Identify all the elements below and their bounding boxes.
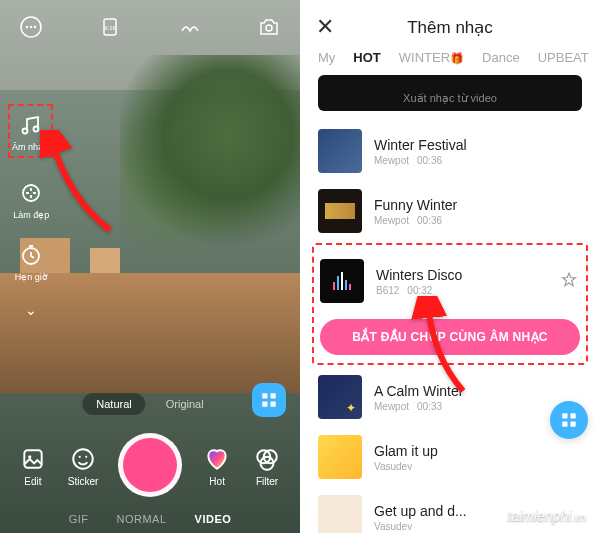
music-item-meta: Mewpot00:36 [374,215,582,226]
music-item-title: Funny Winter [374,197,582,213]
music-item-title: Winters Disco [376,267,548,283]
filter-label: Filter [256,476,278,487]
watermark: taimienphi.vn [507,508,586,525]
svg-rect-15 [24,450,41,467]
music-thumb [318,495,362,533]
music-tool[interactable]: Âm nhạc [8,104,53,158]
tab-video[interactable]: VIDEO [195,513,232,525]
camera-screen: 9:16 Âm nhạc Làm đẹp Hẹn giờ ⌄ Natural O… [0,0,300,533]
sticker-label: Sticker [68,476,99,487]
side-tools: Âm nhạc Làm đẹp Hẹn giờ ⌄ [10,110,53,318]
mode-tabs: GIF NORMAL VIDEO [0,513,300,525]
music-item-title: Winter Festival [374,137,582,153]
music-tabs: My HOT WINTER🎁 Dance UPBEAT [300,50,600,73]
svg-point-3 [35,27,36,28]
music-tool-label: Âm nhạc [12,142,49,152]
gift-icon: 🎁 [450,52,464,64]
svg-point-8 [34,127,39,132]
svg-point-1 [27,27,28,28]
tab-normal[interactable]: NORMAL [117,513,167,525]
svg-rect-11 [262,393,267,398]
hot-button[interactable]: Hot [202,444,232,487]
close-icon[interactable]: ✕ [316,14,334,40]
music-header: ✕ Thêm nhạc [300,0,600,50]
music-panel: ✕ Thêm nhạc My HOT WINTER🎁 Dance UPBEAT … [300,0,600,533]
svg-rect-13 [262,402,267,407]
music-thumb [318,189,362,233]
music-item[interactable]: Glam it up Vasudev [318,427,582,487]
music-item-meta: Vasudev [374,461,582,472]
music-thumb [318,375,362,419]
music-item[interactable]: Funny Winter Mewpot00:36 [318,181,582,241]
music-title: Thêm nhạc [354,17,546,38]
filter-button[interactable]: Filter [252,444,282,487]
svg-point-19 [85,455,87,457]
mode-natural[interactable]: Natural [82,393,145,415]
shutter-button[interactable] [118,433,182,497]
tab-my[interactable]: My [318,50,335,65]
aspect-ratio-icon[interactable]: 9:16 [97,14,123,40]
music-item-meta: B61200:32 [376,285,548,296]
tab-hot[interactable]: HOT [353,50,380,65]
beauty-tool[interactable]: Làm đẹp [13,178,49,220]
tab-upbeat[interactable]: UPBEAT [538,50,589,65]
timer-tool[interactable]: Hẹn giờ [15,240,48,282]
music-item[interactable]: Winter Festival Mewpot00:36 [318,121,582,181]
top-icon-bar: 9:16 [0,14,300,40]
favorite-star-icon[interactable] [560,271,580,291]
tab-dance[interactable]: Dance [482,50,520,65]
svg-rect-14 [271,402,276,407]
music-icon [15,110,45,140]
grid-button-floating[interactable] [550,401,588,439]
bounce-icon[interactable] [177,14,203,40]
music-item[interactable]: A Calm Winter Mewpot00:33 [318,367,582,427]
svg-point-9 [23,185,39,201]
chevron-down-icon[interactable]: ⌄ [25,302,37,318]
switch-camera-icon[interactable] [256,14,282,40]
heart-icon [202,444,232,474]
mode-pills: Natural Original [82,393,217,415]
svg-point-7 [23,129,28,134]
svg-text:9:16: 9:16 [104,25,116,31]
start-shoot-button[interactable]: BẮT ĐẦU CHỤP CÙNG ÂM NHẠC [320,319,580,355]
timer-icon [16,240,46,270]
svg-point-2 [31,27,32,28]
extract-music-bar[interactable]: Xuất nhạc từ video [318,75,582,111]
mode-original[interactable]: Original [152,393,218,415]
svg-rect-24 [571,413,576,418]
sticker-icon [68,444,98,474]
music-item-selected[interactable]: Winters Disco B61200:32 [320,251,580,311]
music-item-title: A Calm Winter [374,383,582,399]
edit-icon [18,444,48,474]
svg-rect-26 [571,422,576,427]
sticker-button[interactable]: Sticker [68,444,99,487]
music-list: Winter Festival Mewpot00:36 Funny Winter… [300,121,600,533]
hot-label: Hot [209,476,225,487]
more-icon[interactable] [18,14,44,40]
svg-rect-12 [271,393,276,398]
svg-point-17 [73,449,93,469]
filter-icon [252,444,282,474]
music-thumb [318,129,362,173]
svg-rect-25 [562,422,567,427]
music-thumb [320,259,364,303]
beauty-tool-label: Làm đẹp [13,210,49,220]
music-thumb [318,435,362,479]
timer-tool-label: Hẹn giờ [15,272,48,282]
grid-button[interactable] [252,383,286,417]
edit-button[interactable]: Edit [18,444,48,487]
sparkle-icon [16,178,46,208]
edit-label: Edit [24,476,41,487]
svg-point-18 [79,455,81,457]
music-item-title: Glam it up [374,443,582,459]
svg-point-6 [266,25,272,31]
tab-winter[interactable]: WINTER🎁 [399,50,464,65]
bottom-toolbar: Edit Sticker Hot Filter [0,433,300,497]
tab-gif[interactable]: GIF [69,513,89,525]
music-item-meta: Mewpot00:36 [374,155,582,166]
svg-rect-23 [562,413,567,418]
extract-music-label: Xuất nhạc từ video [403,92,497,105]
music-item-meta: Mewpot00:33 [374,401,582,412]
selected-music-block: Winters Disco B61200:32 BẮT ĐẦU CHỤP CÙN… [312,243,588,365]
